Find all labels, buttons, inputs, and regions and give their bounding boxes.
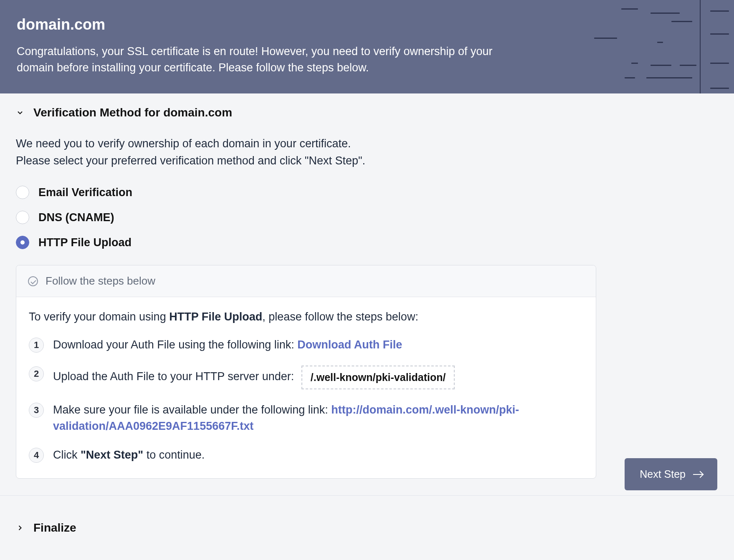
radio-http-file-upload[interactable]: HTTP File Upload: [16, 236, 718, 249]
steps-card: Follow the steps below To verify your do…: [16, 265, 596, 479]
step-2: 2 Upload the Auth File to your HTTP serv…: [29, 366, 583, 389]
verification-section: Verification Method for domain.com We ne…: [0, 93, 734, 496]
steps-body: To verify your domain using HTTP File Up…: [16, 297, 596, 478]
arrow-right-icon: [693, 474, 702, 475]
step-number: 3: [29, 403, 44, 418]
steps-intro: To verify your domain using HTTP File Up…: [29, 310, 583, 323]
download-auth-file-link[interactable]: Download Auth File: [297, 338, 402, 351]
verification-intro-line2: Please select your preferred verificatio…: [16, 154, 365, 167]
chevron-down-icon: [16, 108, 24, 117]
step-1: 1 Download your Auth File using the foll…: [29, 337, 583, 353]
steps-card-header: Follow the steps below: [16, 265, 596, 297]
next-step-label: Next Step: [640, 468, 686, 480]
steps-intro-bold: HTTP File Upload: [169, 310, 262, 323]
finalize-section: Finalize: [0, 507, 734, 549]
steps-card-title: Follow the steps below: [46, 275, 155, 288]
radio-label: Email Verification: [38, 186, 132, 199]
next-step-button[interactable]: Next Step: [625, 458, 717, 490]
step-4: 4 Click "Next Step" to continue.: [29, 447, 583, 463]
radio-icon: [16, 186, 29, 199]
step-4-suffix: to continue.: [143, 449, 205, 461]
step-4-prefix: Click: [53, 449, 81, 461]
verification-intro: We need you to verify ownership of each …: [16, 135, 718, 169]
page-header: domain.com Congratulations, your SSL cer…: [0, 0, 734, 93]
radio-dns-cname[interactable]: DNS (CNAME): [16, 211, 718, 224]
verification-intro-line1: We need you to verify ownership of each …: [16, 137, 351, 150]
header-description: Congratulations, your SSL certificate is…: [17, 43, 509, 76]
step-number: 4: [29, 448, 44, 463]
step-text: Make sure your file is available under t…: [53, 402, 583, 434]
step-text: Upload the Auth File to your HTTP server…: [53, 366, 583, 389]
step-1-text: Download your Auth File using the follow…: [53, 338, 297, 351]
finalize-title: Finalize: [33, 521, 76, 535]
radio-label: DNS (CNAME): [38, 211, 114, 224]
step-list: 1 Download your Auth File using the foll…: [29, 337, 583, 463]
finalize-section-header[interactable]: Finalize: [16, 521, 718, 535]
radio-email-verification[interactable]: Email Verification: [16, 186, 718, 199]
step-2-text: Upload the Auth File to your HTTP server…: [53, 371, 294, 383]
radio-icon: [16, 211, 29, 224]
step-3: 3 Make sure your file is available under…: [29, 402, 583, 434]
step-text: Click "Next Step" to continue.: [53, 447, 583, 463]
chevron-right-icon: [16, 524, 24, 532]
radio-label: HTTP File Upload: [38, 236, 132, 249]
step-number: 2: [29, 366, 44, 381]
steps-intro-suffix: , please follow the steps below:: [262, 310, 418, 323]
steps-intro-prefix: To verify your domain using: [29, 310, 169, 323]
verification-section-header[interactable]: Verification Method for domain.com: [16, 106, 718, 119]
step-4-bold: "Next Step": [81, 449, 143, 461]
step-number: 1: [29, 338, 44, 353]
upload-path-box: /.well-known/pki-validation/: [301, 366, 455, 389]
verification-section-title: Verification Method for domain.com: [33, 106, 232, 119]
next-step-wrap: Next Step: [0, 458, 734, 507]
header-decoration: [575, 0, 734, 93]
step-3-text: Make sure your file is available under t…: [53, 404, 331, 416]
step-text: Download your Auth File using the follow…: [53, 337, 583, 353]
verification-method-list: Email Verification DNS (CNAME) HTTP File…: [16, 186, 718, 249]
check-circle-icon: [28, 276, 38, 286]
header-title: domain.com: [17, 16, 717, 33]
radio-icon: [16, 236, 29, 249]
